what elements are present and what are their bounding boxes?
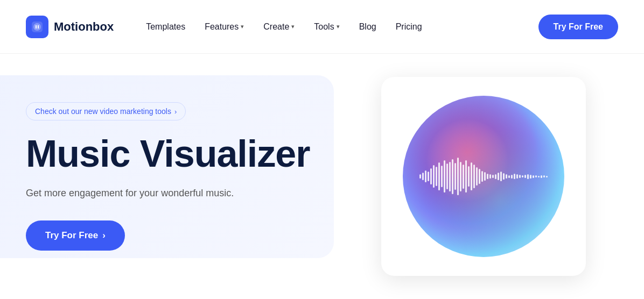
hero-subtitle: Get more engagement for your wonderful m… bbox=[26, 186, 349, 201]
logo-icon bbox=[26, 16, 48, 38]
visualizer-card bbox=[381, 77, 586, 276]
hero-cta-button[interactable]: Try For Free › bbox=[26, 220, 125, 251]
nav-templates[interactable]: Templates bbox=[146, 22, 185, 32]
features-chevron-icon: ▾ bbox=[241, 23, 244, 30]
cta-arrow-icon: › bbox=[102, 230, 106, 241]
hero-image-area bbox=[381, 77, 586, 276]
logo-name: Motionbox bbox=[54, 20, 114, 34]
nav-pricing[interactable]: Pricing bbox=[396, 22, 422, 32]
nav-tools[interactable]: Tools ▾ bbox=[314, 22, 339, 32]
hero-title: Music Visualizer bbox=[26, 133, 349, 175]
nav-create[interactable]: Create ▾ bbox=[263, 22, 295, 32]
nav-blog[interactable]: Blog bbox=[359, 22, 376, 32]
hero-badge-text: Check out our new video marketing tools bbox=[35, 107, 171, 116]
header: Motionbox Templates Features ▾ Create ▾ … bbox=[0, 0, 644, 54]
main-nav: Templates Features ▾ Create ▾ Tools ▾ Bl… bbox=[146, 22, 538, 32]
hero-section: Check out our new video marketing tools … bbox=[0, 54, 644, 299]
visualizer-circle bbox=[403, 96, 564, 257]
logo-link[interactable]: Motionbox bbox=[26, 16, 114, 38]
create-chevron-icon: ▾ bbox=[291, 23, 295, 30]
header-cta-button[interactable]: Try For Free bbox=[538, 15, 618, 39]
badge-arrow-icon: › bbox=[174, 108, 177, 116]
hero-content: Check out our new video marketing tools … bbox=[26, 102, 349, 251]
hero-badge[interactable]: Check out our new video marketing tools … bbox=[26, 102, 186, 120]
tools-chevron-icon: ▾ bbox=[337, 23, 340, 30]
nav-features[interactable]: Features ▾ bbox=[205, 22, 244, 32]
waveform-overlay bbox=[403, 158, 564, 195]
